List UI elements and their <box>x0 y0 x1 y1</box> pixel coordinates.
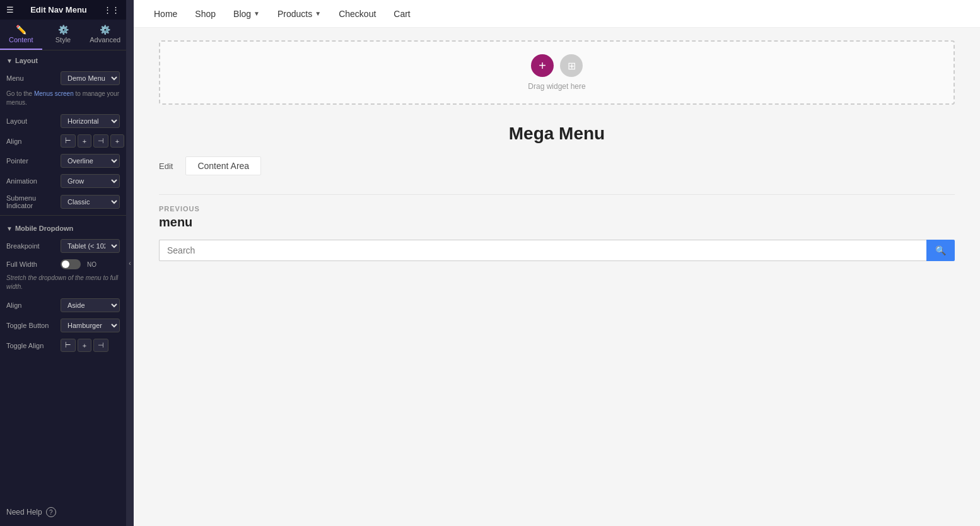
drag-text: Drag widget here <box>528 82 585 91</box>
advanced-tab-icon: ⚙️ <box>100 25 110 35</box>
tabs-row: ✏️ Content ⚙️ Style ⚙️ Advanced <box>0 20 126 50</box>
pointer-select[interactable]: Overline <box>61 154 120 168</box>
menu-label: Menu <box>6 74 57 82</box>
menu-info-text: Go to the Menus screen to manage your me… <box>0 88 126 111</box>
mobile-arrow-icon: ▼ <box>6 225 13 232</box>
widget-options-btn[interactable]: ⊞ <box>560 54 583 77</box>
breakpoint-select[interactable]: Tablet (< 1025px) <box>61 239 120 253</box>
toggle-btn-control: Hamburger <box>61 319 120 332</box>
previous-link[interactable]: menu <box>159 215 955 230</box>
need-help-label: Need Help <box>6 508 42 517</box>
align-buttons: ⊢ + ⊣ + <box>61 134 124 148</box>
align-field-row: Align ⊢ + ⊣ + <box>0 131 126 151</box>
mobile-align-control: Aside <box>61 298 120 312</box>
layout-control: Horizontal <box>61 114 120 128</box>
mobile-align-label: Align <box>6 301 57 309</box>
collapse-handle[interactable]: ‹ <box>126 0 134 526</box>
align-left-btn[interactable]: ⊢ <box>61 134 76 148</box>
align-label: Align <box>6 137 57 145</box>
align-right-btn[interactable]: ⊣ <box>93 134 108 148</box>
full-width-helper: Stretch the dropdown of the menu to full… <box>0 272 126 295</box>
panel-header: ☰ Edit Nav Menu ⋮⋮ <box>0 0 126 20</box>
tab-style[interactable]: ⚙️ Style <box>42 20 85 50</box>
nav-item-checkout[interactable]: Checkout <box>331 5 383 23</box>
animation-control: Grow <box>61 174 120 188</box>
toggle-align-label: Toggle Align <box>6 342 57 349</box>
pointer-label: Pointer <box>6 157 57 165</box>
toggle-knob <box>62 260 69 268</box>
style-tab-icon: ⚙️ <box>58 25 69 35</box>
toggle-align-field-row: Toggle Align ⊢ + ⊣ <box>0 336 126 355</box>
full-width-toggle[interactable] <box>61 259 81 269</box>
search-input[interactable] <box>159 240 926 261</box>
submenu-field-row: Submenu Indicator Classic <box>0 191 126 213</box>
previous-label: PREVIOUS <box>159 205 955 213</box>
placeholder-icons: + ⊞ <box>531 54 583 77</box>
left-panel: ☰ Edit Nav Menu ⋮⋮ ✏️ Content ⚙️ Style ⚙… <box>0 0 126 526</box>
previous-section: PREVIOUS menu <box>159 205 955 230</box>
content-area-box[interactable]: Content Area <box>185 156 261 175</box>
grid-icon[interactable]: ⋮⋮ <box>103 5 120 15</box>
blog-dropdown-icon: ▼ <box>254 10 260 17</box>
toggle-align-center-btn[interactable]: + <box>78 339 91 352</box>
canvas-area: + ⊞ Drag widget here Mega Menu Edit Cont… <box>134 28 980 526</box>
submenu-control: Classic <box>61 195 120 209</box>
layout-field-row: Layout Horizontal <box>0 111 126 131</box>
search-button[interactable]: 🔍 <box>926 240 955 261</box>
layout-arrow-icon: ▼ <box>6 57 13 64</box>
section-divider <box>159 194 955 195</box>
breakpoint-label: Breakpoint <box>6 242 57 250</box>
toggle-btn-label: Toggle Button <box>6 322 57 329</box>
animation-select[interactable]: Grow <box>61 174 120 188</box>
nav-item-cart[interactable]: Cart <box>386 5 417 23</box>
full-width-label: Full Width <box>6 260 57 268</box>
toggle-align-left-btn[interactable]: ⊢ <box>61 339 76 352</box>
nav-item-blog[interactable]: Blog ▼ <box>226 5 267 23</box>
toggle-align-right-btn[interactable]: ⊣ <box>93 339 108 352</box>
widget-placeholder: + ⊞ Drag widget here <box>159 40 955 105</box>
nav-item-products[interactable]: Products ▼ <box>270 5 329 23</box>
products-dropdown-icon: ▼ <box>315 10 321 17</box>
breakpoint-field-row: Breakpoint Tablet (< 1025px) <box>0 236 126 256</box>
content-tab-icon: ✏️ <box>16 25 26 35</box>
align-justify-btn[interactable]: + <box>110 134 124 148</box>
animation-label: Animation <box>6 177 57 185</box>
pointer-control: Overline <box>61 154 120 168</box>
full-width-no-label: NO <box>87 261 96 268</box>
tab-content[interactable]: ✏️ Content <box>0 20 42 50</box>
nav-bar: Home Shop Blog ▼ Products ▼ Checkout Car… <box>134 0 980 28</box>
breakpoint-control: Tablet (< 1025px) <box>61 239 120 253</box>
panel-title: Edit Nav Menu <box>30 5 87 15</box>
toggle-btn-select[interactable]: Hamburger <box>61 319 120 332</box>
pointer-field-row: Pointer Overline <box>0 151 126 171</box>
help-circle-icon: ? <box>46 507 56 517</box>
submenu-select[interactable]: Classic <box>61 195 120 209</box>
nav-item-shop[interactable]: Shop <box>187 5 223 23</box>
need-help-section[interactable]: Need Help ? <box>0 498 126 526</box>
menu-field-row: Menu Demo Menu for Ele <box>0 68 126 88</box>
menu-select[interactable]: Demo Menu for Ele <box>61 71 120 85</box>
submenu-label: Submenu Indicator <box>6 194 57 209</box>
mobile-align-select[interactable]: Aside <box>61 298 120 312</box>
toggle-btn-field-row: Toggle Button Hamburger <box>0 315 126 336</box>
add-widget-btn[interactable]: + <box>531 54 554 77</box>
main-content: Home Shop Blog ▼ Products ▼ Checkout Car… <box>134 0 980 526</box>
animation-field-row: Animation Grow <box>0 171 126 191</box>
menu-control: Demo Menu for Ele <box>61 71 120 85</box>
search-row: 🔍 <box>159 240 955 261</box>
mega-menu-title: Mega Menu <box>159 124 955 144</box>
align-center-btn[interactable]: + <box>78 134 91 148</box>
layout-select[interactable]: Horizontal <box>61 114 120 128</box>
tab-advanced[interactable]: ⚙️ Advanced <box>84 20 126 50</box>
mobile-section-title[interactable]: ▼ Mobile Dropdown <box>0 218 126 236</box>
nav-item-home[interactable]: Home <box>146 5 185 23</box>
edit-link[interactable]: Edit <box>159 161 173 171</box>
full-width-row: Full Width NO <box>0 256 126 272</box>
layout-section-title[interactable]: ▼ Layout <box>0 50 126 68</box>
mobile-align-field-row: Align Aside <box>0 295 126 315</box>
layout-label: Layout <box>6 117 57 125</box>
toggle-align-buttons: ⊢ + ⊣ <box>61 339 108 352</box>
hamburger-icon[interactable]: ☰ <box>6 5 14 15</box>
divider-1 <box>0 215 126 216</box>
menus-screen-link[interactable]: Menus screen <box>34 90 74 97</box>
